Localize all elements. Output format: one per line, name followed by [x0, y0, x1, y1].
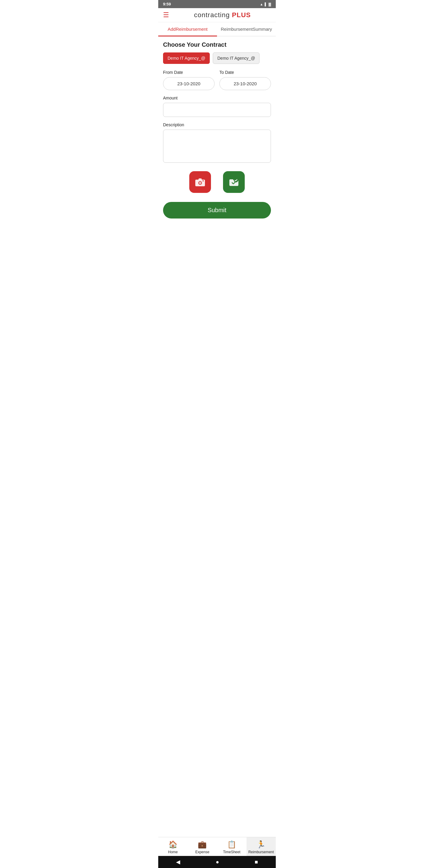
svg-point-2	[199, 182, 201, 184]
svg-point-3	[203, 180, 204, 181]
amount-input[interactable]	[163, 103, 271, 117]
tab-reimbursement-summary[interactable]: ReimbursementSummary	[217, 22, 276, 36]
section-title: Choose Your Contract	[163, 41, 271, 48]
camera-button[interactable]	[189, 171, 211, 193]
main-content: Choose Your Contract Demo IT Agency_@ De…	[158, 36, 276, 228]
folder-check-icon	[228, 176, 240, 188]
title-normal: contracting	[194, 11, 232, 19]
app-title: contracting PLUS	[174, 11, 271, 19]
to-date-label: To Date	[219, 70, 271, 75]
tabs-container: AddReimbursement ReimbursementSummary	[158, 22, 276, 36]
contract-button-2[interactable]: Demo IT Agency_@	[213, 53, 259, 64]
from-date-field: From Date	[163, 70, 215, 90]
app-header: ☰ contracting PLUS	[158, 8, 276, 22]
camera-icon	[194, 176, 206, 188]
status-time: 9:59	[163, 2, 171, 6]
contract-selector: Demo IT Agency_@ Demo IT Agency_@	[163, 53, 271, 64]
folder-button[interactable]	[223, 171, 245, 193]
hamburger-icon[interactable]: ☰	[163, 11, 169, 19]
amount-label: Amount	[163, 96, 271, 100]
to-date-field: To Date	[219, 70, 271, 90]
from-date-label: From Date	[163, 70, 215, 75]
date-row: From Date To Date	[163, 70, 271, 90]
submit-button[interactable]: Submit	[163, 202, 271, 218]
battery-icon	[269, 2, 271, 6]
contract-button-1[interactable]: Demo IT Agency_@	[163, 53, 210, 64]
status-bar: 9:59	[158, 0, 276, 8]
signal-icon	[265, 2, 267, 6]
title-accent: PLUS	[232, 11, 251, 19]
description-input[interactable]	[163, 130, 271, 163]
to-date-input[interactable]	[219, 77, 271, 90]
from-date-input[interactable]	[163, 77, 215, 90]
action-icons	[163, 171, 271, 193]
status-icons	[260, 2, 271, 6]
description-section: Description	[163, 122, 271, 164]
tab-add-reimbursement[interactable]: AddReimbursement	[158, 22, 217, 36]
amount-section: Amount	[163, 96, 271, 117]
wifi-icon	[260, 2, 263, 6]
description-label: Description	[163, 122, 271, 127]
